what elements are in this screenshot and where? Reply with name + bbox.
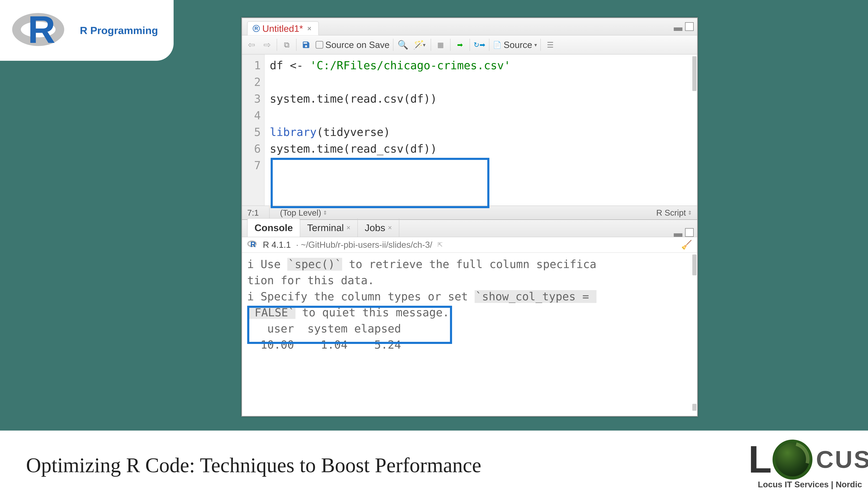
nav-forward-button[interactable]: ⇨ xyxy=(261,39,273,51)
minimize-pane-icon[interactable] xyxy=(674,27,683,31)
console-output[interactable]: i Use `spec()` to retrieve the full colu… xyxy=(242,253,697,416)
scope-label: (Top Level) xyxy=(280,208,321,217)
rerun-button[interactable]: ↻➡ xyxy=(473,39,486,51)
outline-button[interactable]: ☰ xyxy=(544,39,556,51)
save-icon xyxy=(302,41,310,49)
updown-arrow-icon: ⇕ xyxy=(688,210,692,216)
console-info-bar: R R 4.1.1 · ~/GitHub/r-pbi-users-ii/slid… xyxy=(242,237,697,253)
r-mini-logo: R xyxy=(247,240,258,249)
locus-tagline: Locus IT Services | Nordic xyxy=(758,480,862,489)
outline-icon: ☰ xyxy=(546,41,555,49)
popout-icon: ⧉ xyxy=(282,41,291,49)
source-on-save-checkbox[interactable]: Source on Save xyxy=(316,39,390,50)
maximize-pane-icon[interactable] xyxy=(685,228,694,237)
slide-title: Optimizing R Code: Techniques to Boost P… xyxy=(26,453,481,477)
working-directory-path: · ~/GitHub/r-pbi-users-ii/slides/ch-3/ xyxy=(296,240,432,250)
source-button-label: Source xyxy=(504,39,532,50)
editor-toolbar: ⇦ ⇨ ⧉ Source on Save 🔍 🪄▾ ▦ ➡ ↻➡ xyxy=(242,35,697,55)
scope-navigator[interactable]: (Top Level) ⇕ xyxy=(280,208,327,217)
source-doc-icon: 📄 xyxy=(493,41,502,49)
maximize-pane-icon[interactable] xyxy=(685,22,694,31)
editor-status-bar: 7:1 (Top Level) ⇕ R Script ⇕ xyxy=(242,206,697,219)
locus-logo: L CUS Locus IT Services | Nordic xyxy=(749,438,868,489)
rstudio-window: R Untitled1* × ⇦ ⇨ ⧉ Source on Save xyxy=(241,18,698,417)
pane-window-controls xyxy=(674,22,694,31)
r-logo: R xyxy=(10,10,66,51)
console-pane: Console Terminal × Jobs × R R 4.1.1 · ~/… xyxy=(242,220,697,416)
find-button[interactable]: 🔍 xyxy=(397,39,409,51)
rerun-icon: ↻➡ xyxy=(475,41,484,49)
close-icon[interactable]: × xyxy=(346,224,351,231)
r-version: R 4.1.1 xyxy=(263,240,291,250)
wand-icon: 🪄 xyxy=(414,41,423,49)
code-area[interactable]: df <- 'C:/RFiles/chicago-crimes.csv' sys… xyxy=(265,55,697,206)
code-editor[interactable]: 1 2 3 4 5 6 7 df <- 'C:/RFiles/chicago-c… xyxy=(242,55,697,206)
dropdown-arrow-icon: ▾ xyxy=(534,42,537,48)
locus-text-rest: CUS xyxy=(816,445,868,474)
clear-console-icon[interactable]: 🧹 xyxy=(681,240,692,250)
close-tab-icon[interactable]: × xyxy=(306,25,313,33)
popout-button[interactable]: ⧉ xyxy=(281,39,293,51)
r-file-icon: R xyxy=(253,25,260,32)
tab-terminal[interactable]: Terminal × xyxy=(300,218,358,237)
locus-l-letter: L xyxy=(749,438,772,481)
checkbox-icon xyxy=(316,41,323,49)
globe-icon xyxy=(773,440,812,479)
code-tools-button[interactable]: 🪄▾ xyxy=(412,39,427,51)
tab-console[interactable]: Console xyxy=(247,218,300,237)
r-badge-label: R Programming xyxy=(80,24,158,36)
r-programming-badge: R R Programming xyxy=(0,0,174,61)
notebook-icon: ▦ xyxy=(436,41,445,49)
pane-window-controls xyxy=(674,228,694,237)
tab-jobs[interactable]: Jobs × xyxy=(358,218,399,237)
line-number-gutter: 1 2 3 4 5 6 7 xyxy=(242,55,265,206)
compile-report-button[interactable]: ▦ xyxy=(435,39,447,51)
file-type-selector[interactable]: R Script ⇕ xyxy=(656,208,692,217)
updown-arrow-icon: ⇕ xyxy=(323,210,327,216)
editor-scrollbar[interactable] xyxy=(692,56,696,91)
cursor-position: 7:1 xyxy=(247,208,259,217)
search-icon: 🔍 xyxy=(399,41,407,49)
console-scrollbar[interactable] xyxy=(692,254,696,275)
source-editor-pane: R Untitled1* × ⇦ ⇨ ⧉ Source on Save xyxy=(242,18,697,220)
file-tab-name: Untitled1* xyxy=(262,23,303,34)
run-button[interactable]: ➡ xyxy=(454,39,466,51)
save-button[interactable] xyxy=(300,39,312,51)
source-button[interactable]: 📄 Source ▾ xyxy=(493,39,537,50)
source-on-save-label: Source on Save xyxy=(325,39,390,50)
arrow-right-icon: ⇨ xyxy=(263,41,272,49)
editor-tab-bar: R Untitled1* × xyxy=(242,18,697,35)
dropdown-arrow-icon: ▾ xyxy=(423,42,425,48)
jobs-tab-label: Jobs xyxy=(365,222,385,233)
path-popout-icon[interactable]: ⇱ xyxy=(437,241,443,248)
minimize-pane-icon[interactable] xyxy=(674,233,683,237)
console-tab-label: Console xyxy=(254,222,293,233)
footer-bar: Optimizing R Code: Techniques to Boost P… xyxy=(0,431,868,500)
arrow-left-icon: ⇦ xyxy=(247,41,256,49)
file-type-label: R Script xyxy=(656,208,686,217)
console-tab-bar: Console Terminal × Jobs × xyxy=(242,220,697,237)
nav-back-button[interactable]: ⇦ xyxy=(245,39,258,51)
file-tab[interactable]: R Untitled1* × xyxy=(247,21,319,35)
terminal-tab-label: Terminal xyxy=(307,222,344,233)
run-arrow-icon: ➡ xyxy=(456,41,464,49)
console-scrollbar-thumb[interactable] xyxy=(692,404,696,411)
close-icon[interactable]: × xyxy=(388,224,392,231)
